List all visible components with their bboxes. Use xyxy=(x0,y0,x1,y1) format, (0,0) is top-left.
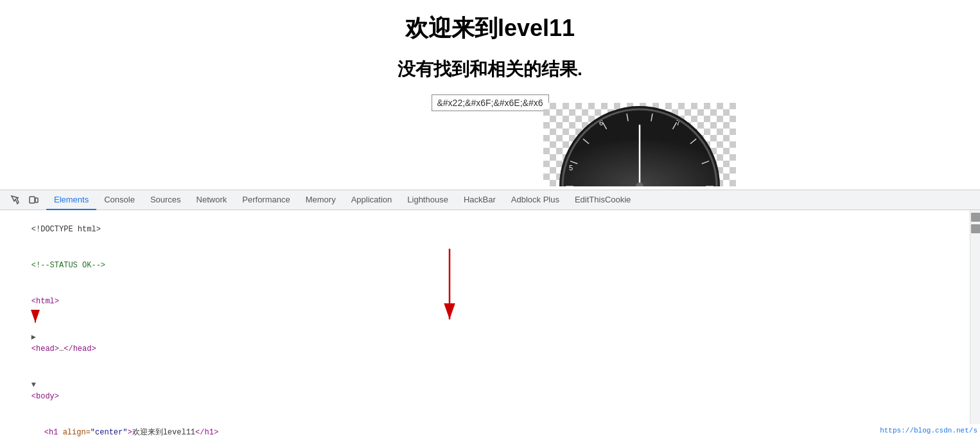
code-line-body[interactable]: ▼ <body> xyxy=(0,367,980,415)
tab-sources[interactable]: Sources xyxy=(143,190,189,210)
svg-rect-16 xyxy=(35,198,38,202)
tab-adblock[interactable]: Adblock Plus xyxy=(503,190,567,210)
code-line-comment[interactable]: <!--STATUS OK--> xyxy=(0,247,980,283)
code-line-html[interactable]: <html> xyxy=(0,283,980,319)
svg-rect-15 xyxy=(30,197,35,203)
tab-editthiscookie[interactable]: EditThisCookie xyxy=(567,190,638,210)
expand-head-arrow[interactable]: ▶ xyxy=(31,333,36,342)
devtools-toolbar: Elements Console Sources Network Perform… xyxy=(0,190,980,210)
devtools-icons xyxy=(3,192,46,208)
device-toolbar-icon[interactable] xyxy=(26,192,41,208)
tab-console[interactable]: Console xyxy=(96,190,143,210)
speedometer-overlay: 5 6 7 xyxy=(559,106,720,186)
devtools-content: <!DOCTYPE html> <!--STATUS OK--> <html> … xyxy=(0,210,980,437)
checker-background: 5 6 7 xyxy=(543,103,736,186)
side-btn-1[interactable] xyxy=(971,213,980,222)
status-bar: https://blog.csdn.net/s xyxy=(877,424,980,438)
tab-network[interactable]: Network xyxy=(189,190,235,210)
tab-memory[interactable]: Memory xyxy=(298,190,344,210)
inspect-icon[interactable] xyxy=(8,192,23,208)
tab-elements[interactable]: Elements xyxy=(46,190,96,210)
code-line-doctype[interactable]: <!DOCTYPE html> xyxy=(0,211,980,247)
side-panel xyxy=(970,210,980,437)
speedometer-area: 5 6 7 xyxy=(543,103,736,186)
svg-text:5: 5 xyxy=(569,164,573,172)
speedometer-svg: 5 6 7 xyxy=(559,106,720,186)
encoded-input-display: &#x22;&#x6F;&#x6E;&#x6 xyxy=(432,94,549,111)
side-btn-2[interactable] xyxy=(971,224,980,233)
tab-performance[interactable]: Performance xyxy=(234,190,297,210)
page-title: 欢迎来到level11 xyxy=(405,13,575,44)
code-line-head[interactable]: ▶ <head>…</head> xyxy=(0,319,980,367)
code-line-h1[interactable]: <h1 align="center">欢迎来到level11</h1> xyxy=(0,415,980,437)
tab-application[interactable]: Application xyxy=(344,190,400,210)
tab-lighthouse[interactable]: Lighthouse xyxy=(399,190,456,210)
page-area: 欢迎来到level11 没有找到和相关的结果. &#x22;&#x6F;&#x6… xyxy=(0,0,980,190)
expand-body-arrow[interactable]: ▼ xyxy=(31,380,36,389)
tab-hackbar[interactable]: HackBar xyxy=(456,190,503,210)
tab-list: Elements Console Sources Network Perform… xyxy=(46,190,638,210)
page-subtitle: 没有找到和相关的结果. xyxy=(398,57,582,82)
